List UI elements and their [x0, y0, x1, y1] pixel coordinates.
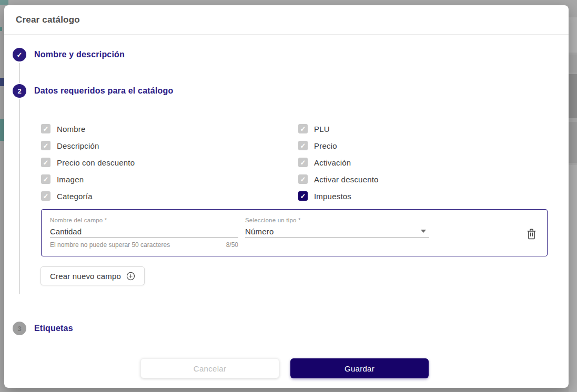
checkbox-label: Imagen — [57, 175, 84, 184]
step-2-label: Datos requeridos para el catálogo — [34, 86, 173, 96]
checkbox-row-nombre: ✓ Nombre — [41, 124, 135, 133]
field-name-helper-row: El nombre no puede superar 50 caracteres… — [50, 241, 238, 249]
checkbox-label: Activar descuento — [314, 175, 379, 184]
create-new-field-label: Crear nuevo campo — [50, 272, 121, 281]
field-type-selected-value: Número — [245, 227, 274, 236]
backdrop-fragment — [0, 27, 2, 31]
checkbox-label: Impuestos — [314, 192, 351, 201]
checkbox-nombre: ✓ — [41, 124, 50, 133]
checkbox-label: Nombre — [57, 125, 86, 133]
required-fields-column-right: ✓ PLU ✓ Precio ✓ Activación ✓ Activar de… — [298, 124, 379, 201]
backdrop-fragment — [569, 17, 577, 53]
step-2-header[interactable]: 2 Datos requeridos para el catálogo — [13, 84, 173, 98]
step-1-completed-check-icon: ✓ — [13, 48, 26, 61]
checkbox-label: Descripción — [57, 141, 99, 150]
field-name-input[interactable] — [50, 225, 238, 237]
field-type-label: Seleccione un tipo * — [245, 217, 301, 223]
step-2-number-badge: 2 — [13, 84, 26, 98]
checkbox-precio: ✓ — [298, 141, 308, 150]
checkbox-activar-descuento: ✓ — [298, 174, 308, 184]
chevron-down-icon — [421, 230, 426, 233]
create-new-field-button[interactable]: Crear nuevo campo — [41, 266, 145, 285]
checkbox-row-precio-con-descuento: ✓ Precio con descuento — [41, 158, 135, 167]
backdrop-fragment — [0, 78, 4, 86]
checkbox-precio-con-descuento: ✓ — [41, 158, 50, 167]
dialog-header: Crear catálogo — [4, 5, 569, 35]
backdrop-fragment — [0, 119, 4, 141]
backdrop-fragment — [569, 55, 577, 73]
step-connector — [19, 63, 20, 83]
checkbox-row-categoria: ✓ Categoría — [41, 191, 135, 201]
step-3-header[interactable]: 3 Etiquetas — [13, 322, 73, 335]
backdrop-fragment — [569, 122, 577, 163]
checkbox-label: Precio con descuento — [57, 158, 135, 167]
step-3-label: Etiquetas — [34, 324, 73, 333]
field-name-char-counter: 8/50 — [226, 241, 238, 249]
backdrop-fragment — [0, 0, 8, 5]
required-fields-column-left: ✓ Nombre ✓ Descripción ✓ Precio con desc… — [41, 124, 135, 201]
backdrop-fragment — [569, 165, 577, 392]
step-1-label: Nombre y descripción — [34, 50, 125, 59]
step-connector — [19, 99, 20, 294]
plus-circle-icon — [126, 272, 135, 281]
checkbox-row-plu: ✓ PLU — [298, 124, 379, 133]
step-3-number-badge: 3 — [13, 322, 26, 335]
checkbox-label: PLU — [314, 125, 330, 133]
checkbox-row-activacion: ✓ Activación — [298, 158, 379, 167]
checkbox-row-imagen: ✓ Imagen — [41, 174, 135, 184]
field-name-underline — [50, 238, 238, 238]
checkbox-activacion: ✓ — [298, 158, 308, 167]
field-type-underline — [245, 238, 429, 238]
dialog-title: Crear catálogo — [16, 15, 80, 25]
checkbox-label: Activación — [314, 158, 351, 167]
custom-field-card: Nombre del campo * El nombre no puede su… — [41, 209, 548, 256]
field-name-helper-text: El nombre no puede superar 50 caracteres — [50, 241, 170, 249]
field-name-label: Nombre del campo * — [50, 217, 107, 223]
field-type-select[interactable]: Número — [245, 225, 429, 237]
delete-field-button[interactable] — [522, 224, 541, 243]
checkbox-impuestos[interactable]: ✓ — [298, 191, 308, 201]
save-button[interactable]: Guardar — [290, 358, 429, 378]
checkbox-row-precio: ✓ Precio — [298, 141, 379, 150]
checkbox-descripcion: ✓ — [41, 141, 50, 150]
checkbox-label: Precio — [314, 141, 337, 150]
create-catalog-dialog: Crear catálogo ✓ Nombre y descripción 2 … — [4, 5, 569, 388]
step-1-header[interactable]: ✓ Nombre y descripción — [13, 48, 125, 61]
cancel-button[interactable]: Cancelar — [140, 358, 279, 378]
checkbox-label: Categoría — [57, 192, 93, 201]
checkbox-row-activar-descuento: ✓ Activar descuento — [298, 174, 379, 184]
checkbox-plu: ✓ — [298, 124, 308, 133]
checkbox-row-impuestos[interactable]: ✓ Impuestos — [298, 191, 379, 201]
trash-icon — [526, 228, 537, 240]
checkbox-categoria: ✓ — [41, 191, 50, 201]
checkbox-imagen: ✓ — [41, 174, 50, 184]
backdrop-fragment — [569, 74, 577, 118]
checkbox-row-descripcion: ✓ Descripción — [41, 141, 135, 150]
